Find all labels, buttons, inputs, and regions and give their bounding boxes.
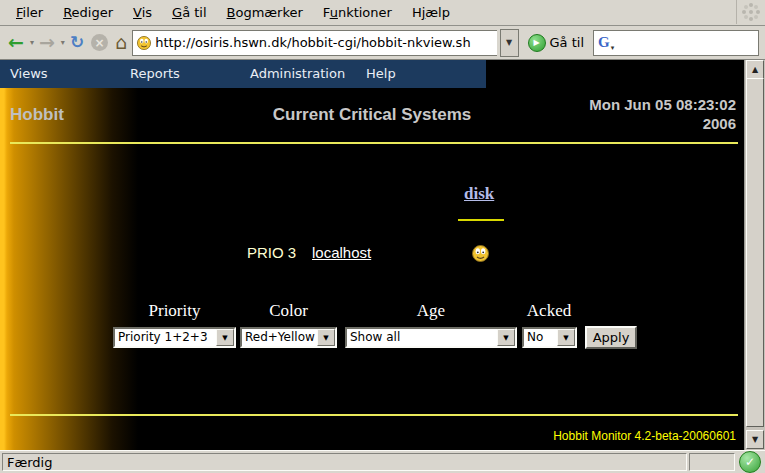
search-engine-dropdown-icon[interactable]: ▾	[611, 44, 615, 52]
nav-item-administration[interactable]: Administration	[250, 60, 345, 88]
chevron-down-icon: ▼	[497, 329, 515, 346]
page-timestamp: Mon Jun 05 08:23:02 2006	[589, 95, 736, 133]
chevron-down-icon: ▼	[506, 38, 512, 47]
search-input[interactable]: G ▾	[593, 30, 759, 56]
green-check-icon: ✓	[739, 451, 761, 473]
navigation-toolbar: ← ▾ → ▾ ↻ × ⌂ http://osiris.hswn.dk/hobb…	[0, 26, 765, 60]
service-column-link-disk[interactable]: disk	[464, 184, 494, 204]
scrollbar-thumb[interactable]	[746, 78, 764, 427]
forward-button[interactable]: →	[37, 30, 57, 56]
acked-select[interactable]: No ▼	[522, 327, 577, 348]
scroll-up-button[interactable]: ▲	[746, 60, 764, 79]
scroll-down-icon: ▼	[752, 435, 758, 444]
filter-label-acked: Acked	[514, 301, 584, 321]
filter-label-priority: Priority	[113, 301, 236, 321]
stop-icon: ×	[91, 34, 108, 51]
menu-bookmarks[interactable]: Bogmærker	[217, 0, 313, 25]
timestamp-line1: Mon Jun 05 08:23:02	[589, 95, 736, 114]
google-logo-icon: G	[598, 34, 610, 51]
menu-help[interactable]: Hjælp	[402, 0, 460, 25]
throbber-icon	[736, 0, 765, 24]
status-text: Færdig	[2, 453, 687, 471]
forward-icon: →	[39, 33, 55, 52]
nav-item-help[interactable]: Help	[366, 60, 396, 88]
status-ok-area: ✓	[737, 453, 763, 471]
age-select[interactable]: Show all ▼	[345, 327, 517, 348]
forward-dropdown-icon[interactable]: ▾	[61, 38, 65, 47]
status-smiley-icon[interactable]	[472, 245, 489, 262]
browser-window: Filer Rediger Vis Gå til Bogmærker Funkt…	[0, 0, 765, 473]
filter-label-age: Age	[345, 301, 517, 321]
menu-view[interactable]: Vis	[123, 0, 162, 25]
hobbit-page: Views Reports Administration Help Hobbit…	[0, 60, 744, 450]
color-select[interactable]: Red+Yellow ▼	[240, 327, 337, 348]
nav-item-views[interactable]: Views	[10, 60, 48, 88]
back-button[interactable]: ←	[6, 30, 26, 56]
chevron-down-icon: ▼	[557, 329, 575, 346]
url-bar[interactable]: http://osiris.hswn.dk/hobbit-cgi/hobbit-…	[132, 30, 496, 56]
scroll-up-icon: ▲	[752, 65, 758, 74]
page-footer-version: Hobbit Monitor 4.2-beta-20060601	[553, 429, 736, 443]
chevron-down-icon: ▼	[216, 329, 234, 346]
apply-button[interactable]: Apply	[585, 326, 637, 349]
timestamp-line2: 2006	[589, 114, 736, 133]
go-icon: ▶	[528, 34, 546, 52]
stop-button[interactable]: ×	[89, 30, 110, 56]
chevron-down-icon: ▼	[317, 329, 335, 346]
home-button[interactable]: ⌂	[113, 30, 129, 56]
scroll-down-button[interactable]: ▼	[746, 430, 764, 449]
filter-label-color: Color	[240, 301, 337, 321]
go-button[interactable]: ▶ Gå til	[522, 34, 591, 52]
divider	[10, 142, 738, 144]
back-dropdown-icon[interactable]: ▾	[30, 38, 34, 47]
reload-icon: ↻	[70, 34, 84, 51]
menu-file[interactable]: Filer	[6, 0, 53, 25]
site-favicon-smiley-icon	[137, 36, 151, 50]
menu-go[interactable]: Gå til	[162, 0, 217, 25]
reload-button[interactable]: ↻	[68, 30, 86, 56]
service-column-underline	[458, 219, 504, 221]
url-input[interactable]: http://osiris.hswn.dk/hobbit-cgi/hobbit-…	[155, 35, 496, 50]
home-icon: ⌂	[115, 33, 127, 52]
vertical-scrollbar[interactable]: ▲ ▼	[744, 60, 765, 450]
menu-tools[interactable]: Funktioner	[313, 0, 402, 25]
priority-group-label: PRIO 3	[247, 244, 296, 261]
browser-viewport: Views Reports Administration Help Hobbit…	[0, 60, 765, 450]
page-nav-bar: Views Reports Administration Help	[0, 60, 486, 88]
divider	[10, 414, 738, 416]
status-box	[689, 453, 735, 471]
nav-item-reports[interactable]: Reports	[130, 60, 180, 88]
url-history-dropdown[interactable]: ▼	[500, 29, 519, 57]
back-icon: ←	[8, 33, 24, 52]
menu-bar: Filer Rediger Vis Gå til Bogmærker Funkt…	[0, 0, 765, 26]
priority-select[interactable]: Priority 1+2+3 ▼	[113, 327, 236, 348]
menu-edit[interactable]: Rediger	[53, 0, 123, 25]
host-link-localhost[interactable]: localhost	[312, 244, 371, 261]
status-bar: Færdig ✓	[0, 450, 765, 473]
